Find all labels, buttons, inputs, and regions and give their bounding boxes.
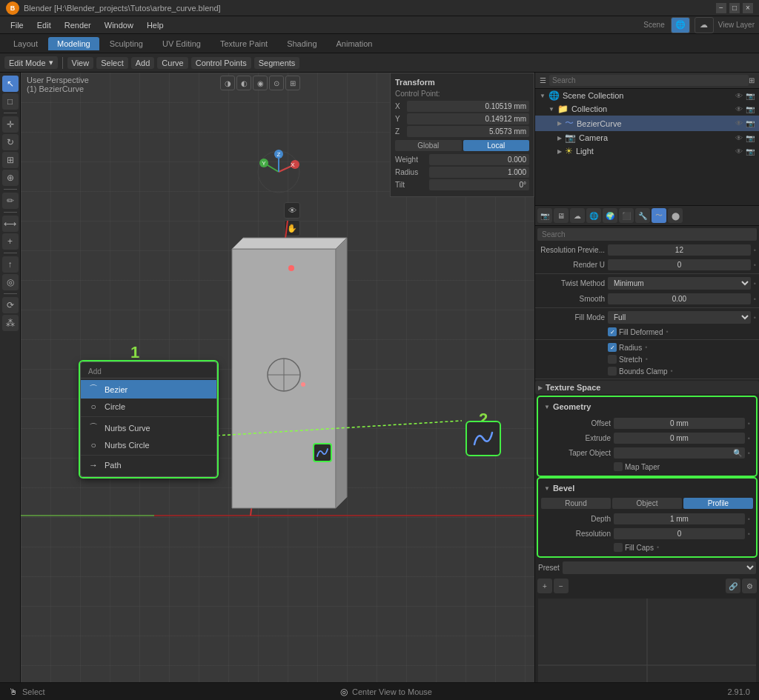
extrude-value[interactable] <box>614 433 745 444</box>
toolbar-view[interactable]: View <box>67 57 94 69</box>
zoom-in-btn[interactable]: + <box>537 579 552 593</box>
toolbar-select[interactable]: Select <box>96 57 128 69</box>
tab-modeling[interactable]: Modeling <box>48 37 99 50</box>
tree-item-bezier-curve[interactable]: ▶ 〜 BezierCurve 👁 📷 <box>535 116 759 131</box>
tree-item-light[interactable]: ▶ ☀ Light 👁 📷 <box>535 144 759 158</box>
z-input[interactable] <box>407 126 529 137</box>
offset-value[interactable] <box>614 418 745 429</box>
transform-tool[interactable]: ⊕ <box>2 170 19 186</box>
scene-icon[interactable]: 🌐 <box>671 17 690 33</box>
menu-help[interactable]: Help <box>141 19 170 31</box>
data-props-btn[interactable]: 〜 <box>652 208 666 223</box>
scale-tool[interactable]: ⊞ <box>2 152 19 168</box>
nav-gizmo[interactable]: X Y Z <box>256 150 301 194</box>
radius-input[interactable] <box>429 167 529 178</box>
tab-texture-paint[interactable]: Texture Paint <box>211 37 276 50</box>
render-props-btn[interactable]: 📷 <box>537 208 552 223</box>
bevel-resolution-pin[interactable]: • <box>748 530 750 538</box>
resolution-preview-value[interactable] <box>608 244 751 256</box>
extrude-tool[interactable]: ↑ <box>2 256 19 273</box>
bounds-clamp-pin[interactable]: • <box>671 367 673 375</box>
geometry-header[interactable]: ▼ Geometry <box>541 400 753 413</box>
render-icon-scene[interactable]: 📷 <box>746 92 755 100</box>
link-btn[interactable]: 🔗 <box>726 579 740 593</box>
cursor-tool[interactable]: ↖ <box>2 76 19 92</box>
depth-pin[interactable]: • <box>748 516 750 523</box>
fill-caps-checkbox[interactable]: Fill Caps <box>614 543 654 552</box>
menu-option-path[interactable]: → Path <box>81 457 216 473</box>
visibility-icon-light[interactable]: 👁 <box>735 147 743 156</box>
fill-mode-dropdown[interactable]: Full <box>608 311 751 324</box>
toolbar-add[interactable]: Add <box>131 57 155 69</box>
viewport-shading-material[interactable]: ◐ <box>236 76 251 90</box>
menu-option-nurbs-curve[interactable]: ⌒ Nurbs Curve <box>81 419 216 437</box>
menu-window[interactable]: Window <box>99 19 139 31</box>
tab-shading[interactable]: Shading <box>278 37 325 50</box>
radius-checkbox[interactable]: ✓ Radius <box>608 343 642 352</box>
close-button[interactable]: × <box>743 3 753 13</box>
tab-sculpting[interactable]: Sculpting <box>101 37 152 50</box>
map-taper-checkbox[interactable]: Map Taper <box>614 462 660 471</box>
viewport-shading-solid[interactable]: ◑ <box>220 76 235 90</box>
resolution-preview-pin[interactable]: • <box>754 247 756 254</box>
bevel-tab-profile[interactable]: Profile <box>683 498 753 509</box>
global-btn[interactable]: Global <box>395 140 462 151</box>
filter-icon[interactable]: ⊞ <box>749 76 755 84</box>
randomize-tool[interactable]: ⁂ <box>2 315 19 331</box>
menu-option-circle[interactable]: ○ Circle <box>81 399 216 415</box>
render-icon-light[interactable]: 📷 <box>746 147 755 156</box>
render-icon-bezier[interactable]: 📷 <box>746 119 755 127</box>
twist-method-dropdown[interactable]: Minimum <box>608 277 751 290</box>
menu-file[interactable]: File <box>4 19 30 31</box>
annotate-tool[interactable]: ✏ <box>2 193 19 209</box>
smooth-pin[interactable]: • <box>754 296 756 303</box>
preset-dropdown[interactable] <box>563 561 756 574</box>
menu-edit[interactable]: Edit <box>31 19 57 31</box>
taper-object-dropper[interactable]: 🔍 <box>733 449 742 457</box>
tab-uv-editing[interactable]: UV Editing <box>153 37 210 50</box>
tab-animation[interactable]: Animation <box>328 37 382 50</box>
viewport-shading-rendered[interactable]: ◉ <box>253 76 268 90</box>
tab-layout[interactable]: Layout <box>4 37 47 50</box>
zoom-out-btn[interactable]: − <box>554 579 569 593</box>
bevel-tab-object[interactable]: Object <box>612 498 682 509</box>
rotate-tool[interactable]: ↻ <box>2 134 19 150</box>
taper-object-pin[interactable]: • <box>748 450 750 457</box>
fill-deformed-pin[interactable]: • <box>666 328 668 336</box>
material-props-btn[interactable]: ⬤ <box>668 208 683 223</box>
fill-mode-pin[interactable]: • <box>754 314 756 321</box>
fill-deformed-checkbox[interactable]: ✓ Fill Deformed <box>608 327 663 336</box>
settings-btn[interactable]: ⚙ <box>742 579 757 593</box>
add-tool[interactable]: + <box>2 233 19 250</box>
scene-props-btn[interactable]: 🌐 <box>586 208 601 223</box>
bevel-tab-round[interactable]: Round <box>541 498 611 509</box>
twist-method-pin[interactable]: • <box>754 280 756 287</box>
smooth-value[interactable] <box>608 293 751 304</box>
local-btn[interactable]: Local <box>463 140 530 151</box>
search-input[interactable] <box>549 75 749 86</box>
tree-item-camera[interactable]: ▶ 📷 Camera 👁 📷 <box>535 131 759 144</box>
output-props-btn[interactable]: 🖥 <box>554 208 569 223</box>
x-input[interactable] <box>407 101 529 112</box>
side-curve-icon[interactable] <box>313 443 332 462</box>
move-tool[interactable]: ✛ <box>2 116 19 133</box>
select-box-tool[interactable]: □ <box>2 93 19 110</box>
viewport-gizmo-toggle[interactable]: ⊞ <box>285 76 300 90</box>
toolbar-control-points[interactable]: Control Points <box>191 57 251 69</box>
menu-render[interactable]: Render <box>59 19 97 31</box>
render-u-value[interactable] <box>608 259 751 270</box>
stretch-checkbox[interactable]: Stretch <box>608 355 643 364</box>
menu-option-bezier[interactable]: ⌒ Bezier <box>81 380 216 399</box>
taper-object-input[interactable]: 🔍 <box>614 447 745 459</box>
render-icon-col[interactable]: 📷 <box>746 105 755 113</box>
maximize-button[interactable]: □ <box>729 3 740 13</box>
visibility-icon-col[interactable]: 👁 <box>735 105 743 113</box>
measure-tool[interactable]: ⟷ <box>2 216 19 232</box>
object-props-btn[interactable]: ⬛ <box>619 208 634 223</box>
view-layer-icon[interactable]: ☁ <box>695 17 714 33</box>
minimize-button[interactable]: − <box>716 3 726 13</box>
visibility-icon-scene[interactable]: 👁 <box>735 92 743 100</box>
render-icon-camera[interactable]: 📷 <box>746 134 755 142</box>
props-search-input[interactable] <box>537 228 757 241</box>
modifier-props-btn[interactable]: 🔧 <box>635 208 650 223</box>
